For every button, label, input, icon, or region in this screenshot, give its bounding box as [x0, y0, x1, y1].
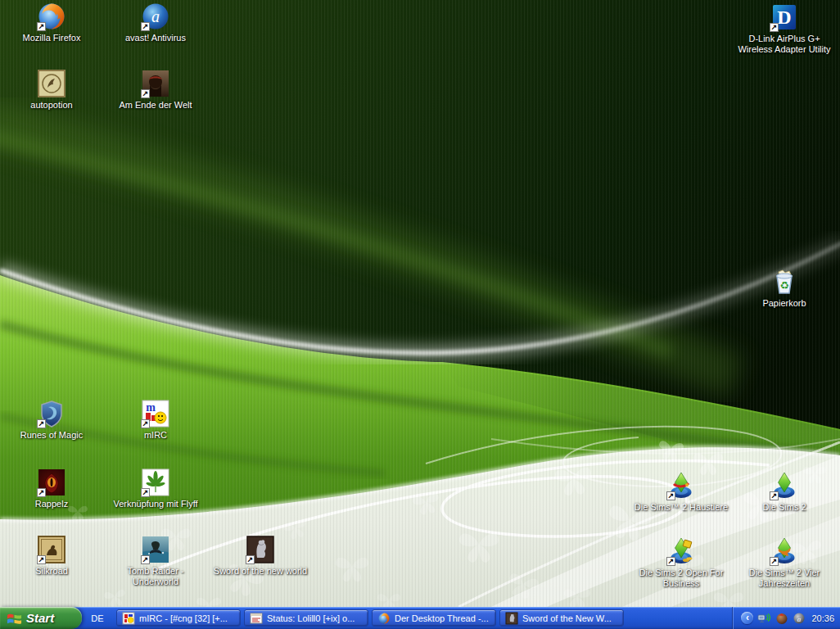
taskbar-clock[interactable]: 20:36: [811, 613, 834, 623]
start-button-label: Start: [26, 611, 54, 625]
desktop-icon-label: Papierkorb: [762, 298, 806, 309]
shortcut-arrow-icon: ↗: [37, 555, 46, 564]
desktop-icon-label: Tomb Raider - Underworld: [107, 566, 204, 587]
avast-webshield-icon[interactable]: [775, 612, 788, 625]
desktop-icon-sims2-open-for-business[interactable]: ↗ Die Sims 2 Open For Business: [632, 537, 730, 589]
shortcut-arrow-icon: ↗: [666, 491, 675, 500]
shortcut-arrow-icon: ↗: [141, 555, 150, 564]
sims-plumbob-icon: ↗: [667, 537, 695, 565]
mirc-icon: [122, 612, 135, 625]
desktop-icon-sword-of-the-new-world[interactable]: ↗ Sword of the new world: [211, 536, 309, 577]
recycle-bin-icon: ♻: [770, 268, 798, 296]
desktop-icon-sims2-vier-jahreszeiten[interactable]: ↗ Die Sims™ 2 Vier Jahreszeiten: [735, 537, 833, 589]
system-tray: ‹ a 20:36: [732, 607, 840, 629]
desktop-icon-silkroad[interactable]: ↗ Silkroad: [2, 536, 101, 577]
hide-inactive-icons-button[interactable]: ‹: [741, 612, 753, 624]
leaf-icon: ↗: [142, 468, 169, 496]
desktop-icon-label: Die Sims 2 Open For Business: [633, 568, 729, 589]
desktop-icon-autopotion[interactable]: autopotion: [2, 70, 101, 111]
desktop-icon-label: Silkroad: [35, 566, 68, 577]
desktop-icon-sims2[interactable]: ↗ Die Sims 2: [735, 472, 833, 513]
desktop-icon-label: autopotion: [30, 100, 72, 111]
desktop-icon-label: Verknüpfung mit Flyff: [113, 499, 197, 509]
taskbar-button-mirc-channel[interactable]: mIRC - [#cng [32] [+...: [116, 609, 241, 627]
desktop-icon-rappelz[interactable]: ↗ Rappelz: [2, 468, 101, 509]
desktop-screen: ↗ Mozilla Firefox a ↗ avast! Antivirus D…: [0, 0, 840, 629]
desktop-icon-dlink-airplus[interactable]: D ↗ D-Link AirPlus G+ Wireless Adapter U…: [735, 3, 833, 55]
desktop-icon-label: Am Ende der Welt: [119, 100, 192, 111]
taskbar-button-label: mIRC - [#cng [32] [+...: [139, 613, 228, 623]
desktop-icon-label: Die Sims™ 2 Vier Jahreszeiten: [736, 568, 833, 589]
shortcut-arrow-icon: ↗: [141, 419, 150, 428]
shortcut-arrow-icon: ↗: [770, 557, 779, 566]
avast-antivirus-icon[interactable]: a: [793, 612, 806, 625]
runes-of-magic-icon: ↗: [38, 400, 65, 428]
taskbar-button-firefox[interactable]: Der Desktop Thread -...: [372, 609, 496, 627]
sims-plumbob-icon: ↗: [667, 472, 695, 500]
windows-logo-icon: [7, 612, 22, 625]
lion-crest-icon: ↗: [246, 536, 274, 563]
desktop-icon-label: avast! Antivirus: [125, 33, 186, 43]
desktop-icon-mozilla-firefox[interactable]: ↗ Mozilla Firefox: [2, 2, 101, 43]
taskbar-button-label: Status: Lolill0 [+ix] o...: [267, 613, 355, 623]
shortcut-arrow-icon: ↗: [666, 557, 675, 566]
desktop-icon-label: Mozilla Firefox: [23, 33, 81, 43]
desktop-icon-avast-antivirus[interactable]: a ↗ avast! Antivirus: [106, 2, 205, 43]
shortcut-arrow-icon: ↗: [141, 488, 150, 497]
shortcut-arrow-icon: ↗: [37, 419, 46, 428]
mirc-icon: m ↗: [142, 400, 169, 428]
rappelz-icon: ↗: [38, 468, 65, 496]
tomb-raider-icon: ↗: [142, 536, 169, 563]
dlink-icon: D ↗: [770, 3, 798, 31]
desktop-icon-runes-of-magic[interactable]: ↗ Runes of Magic: [2, 400, 101, 441]
language-indicator[interactable]: DE: [82, 613, 113, 623]
firefox-icon: ↗: [38, 2, 65, 30]
desktop-icon-label: Sword of the new world: [214, 566, 307, 577]
autopotion-icon: [38, 70, 65, 97]
taskbar: Start DE mIRC - [#cng [32] [+... S: [0, 607, 840, 629]
desktop-icon-papierkorb[interactable]: ♻ Papierkorb: [735, 268, 833, 309]
shortcut-arrow-icon: ↗: [141, 89, 150, 98]
shortcut-arrow-icon: ↗: [770, 491, 779, 500]
desktop-icon-label: Runes of Magic: [20, 430, 83, 441]
mirc-status-window-icon: [250, 612, 263, 625]
sims-plumbob-icon: ↗: [770, 537, 798, 565]
desktop-icon-label: mIRC: [144, 430, 167, 441]
am-ende-der-welt-icon: ↗: [142, 70, 169, 97]
avast-icon: a ↗: [142, 2, 169, 30]
desktop-icon-label: Die Sims™ 2 Haustiere: [635, 502, 728, 513]
desktop-icon-label: Rappelz: [35, 499, 68, 509]
desktop-icon-flyff[interactable]: ↗ Verknüpfung mit Flyff: [106, 468, 205, 509]
sims-plumbob-icon: ↗: [770, 472, 798, 500]
desktop-icon-sims2-haustiere[interactable]: ↗ Die Sims™ 2 Haustiere: [632, 472, 730, 513]
desktop-icon-mirc[interactable]: m ↗ mIRC: [106, 400, 205, 441]
desktop-icon-tomb-raider[interactable]: ↗ Tomb Raider - Underworld: [106, 536, 205, 587]
taskbar-button-label: Der Desktop Thread -...: [395, 613, 489, 623]
shortcut-arrow-icon: ↗: [246, 555, 255, 564]
taskbar-button-label: Sword of the New W...: [522, 613, 612, 623]
taskbar-button-mirc-status[interactable]: Status: Lolill0 [+ix] o...: [244, 609, 368, 627]
svg-text:a: a: [797, 614, 802, 622]
desktop-icon-label: D-Link AirPlus G+ Wireless Adapter Utili…: [736, 34, 833, 55]
start-button[interactable]: Start: [0, 607, 82, 629]
shortcut-arrow-icon: ↗: [770, 23, 779, 32]
shortcut-arrow-icon: ↗: [141, 22, 150, 31]
wireless-network-icon[interactable]: [757, 612, 771, 625]
svg-text:a: a: [151, 7, 160, 25]
taskbar-buttons: mIRC - [#cng [32] [+... Status: Lolill0 …: [116, 609, 624, 627]
sword-of-the-new-world-icon: [505, 612, 518, 625]
svg-text:D: D: [777, 7, 791, 28]
shortcut-arrow-icon: ↗: [37, 488, 46, 497]
firefox-icon: [377, 612, 391, 625]
shortcut-arrow-icon: ↗: [37, 22, 46, 31]
desktop-icon-am-ende-der-welt[interactable]: ↗ Am Ende der Welt: [106, 70, 205, 111]
silkroad-icon: ↗: [38, 536, 65, 563]
taskbar-button-sword[interactable]: Sword of the New W...: [499, 609, 624, 627]
svg-text:m: m: [146, 401, 156, 414]
desktop-icon-label: Die Sims 2: [762, 502, 806, 513]
svg-text:♻: ♻: [779, 279, 789, 292]
